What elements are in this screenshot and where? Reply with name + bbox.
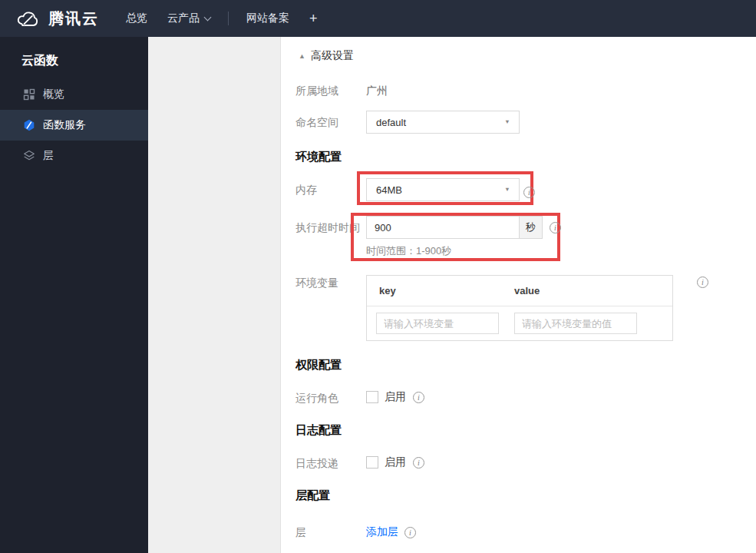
run-role-label: 运行角色 (295, 392, 338, 404)
top-nav: 总览 云产品 网站备案 + (116, 0, 328, 37)
region-value: 广州 (366, 84, 388, 97)
timeout-unit-button[interactable]: 秒 (520, 216, 543, 239)
add-layer-link[interactable]: 添加层 (366, 525, 398, 539)
topbar: 腾讯云 总览 云产品 网站备案 + (0, 0, 756, 37)
namespace-select-value: default (376, 117, 406, 128)
log-delivery-enable-checkbox[interactable] (366, 456, 378, 469)
memory-label: 内存 (295, 184, 317, 196)
advanced-settings-label: 高级设置 (311, 49, 354, 63)
memory-select-value: 64MB (376, 184, 402, 196)
nav-cloud-products[interactable]: 云产品 (157, 0, 220, 37)
sidebar-menu: 概览 函数服务 层 (0, 79, 148, 171)
function-service-icon (23, 119, 35, 131)
run-role-enable-label: 启用 (385, 390, 406, 404)
log-delivery-info-icon[interactable]: i (413, 457, 424, 469)
env-vars-input-row (367, 306, 672, 334)
nav-divider (228, 12, 229, 25)
secondary-panel (148, 37, 281, 553)
add-layer-info-icon[interactable]: i (404, 527, 416, 538)
run-role-info-icon[interactable]: i (413, 392, 424, 403)
chevron-down-icon (204, 13, 212, 21)
env-vars-value-header: value (514, 285, 662, 296)
overview-grid-icon (23, 88, 35, 101)
log-delivery-controls: 启用 i (366, 455, 424, 469)
brand[interactable]: 腾讯云 (14, 8, 99, 29)
namespace-label: 命名空间 (295, 116, 338, 128)
nav-overview[interactable]: 总览 (116, 0, 157, 37)
timeout-hint: 时间范围：1-900秒 (366, 244, 451, 258)
run-role-enable-checkbox[interactable] (366, 391, 378, 403)
dropdown-caret-icon: ▼ (504, 119, 510, 126)
env-vars-table: key value (366, 275, 673, 341)
namespace-select[interactable]: default ▼ (366, 111, 520, 134)
nav-add-button[interactable]: + (299, 0, 328, 37)
memory-info-icon[interactable]: i (523, 187, 535, 198)
memory-annotation-box: 64MB ▼ (357, 171, 533, 205)
timeout-input[interactable] (366, 216, 520, 239)
main-content: ▲ 高级设置 所属地域 广州 命名空间 default ▼ 环境配置 内存 64… (281, 37, 756, 553)
section-permission-config: 权限配置 (295, 358, 342, 372)
section-layer-config: 层配置 (295, 488, 330, 502)
nav-cloud-products-label: 云产品 (167, 12, 200, 25)
env-vars-label: 环境变量 (295, 276, 338, 289)
env-vars-header-row: key value (367, 276, 672, 306)
region-label: 所属地域 (295, 84, 338, 97)
advanced-settings-toggle[interactable]: ▲ 高级设置 (299, 49, 354, 63)
nav-icp-filing-label: 网站备案 (246, 12, 289, 25)
env-vars-key-header: key (367, 285, 514, 296)
tencent-cloud-logo-icon (14, 9, 41, 28)
env-var-value-input[interactable] (514, 313, 637, 334)
sidebar-item-function-service[interactable]: 函数服务 (0, 110, 148, 141)
section-log-config: 日志配置 (295, 423, 342, 437)
memory-select[interactable]: 64MB ▼ (366, 178, 520, 201)
nav-overview-label: 总览 (126, 12, 147, 25)
sidebar-item-label: 概览 (43, 88, 64, 101)
timeout-input-group: 秒 (366, 216, 543, 239)
layers-icon (23, 150, 35, 162)
sidebar-item-overview[interactable]: 概览 (0, 79, 148, 110)
env-var-key-input[interactable] (376, 313, 499, 334)
run-role-controls: 启用 i (366, 390, 424, 404)
sidebar: 云函数 概览 函数服务 层 (0, 37, 148, 553)
sidebar-title: 云函数 (21, 52, 148, 69)
collapse-arrow-icon: ▲ (299, 52, 305, 60)
layer-label: 层 (295, 526, 306, 538)
timeout-annotation-box: 秒 时间范围：1-900秒 (351, 213, 560, 261)
nav-icp-filing[interactable]: 网站备案 (236, 0, 299, 37)
brand-title: 腾讯云 (48, 8, 99, 29)
plus-icon: + (309, 11, 318, 27)
env-vars-info-icon[interactable]: i (697, 276, 708, 288)
log-delivery-enable-label: 启用 (385, 455, 406, 469)
section-environment-config: 环境配置 (295, 150, 342, 164)
sidebar-item-layers[interactable]: 层 (0, 141, 148, 171)
dropdown-caret-icon: ▼ (504, 187, 510, 194)
layer-controls: 添加层 i (366, 525, 416, 539)
sidebar-item-label: 函数服务 (43, 118, 86, 132)
timeout-info-icon[interactable]: i (550, 222, 561, 233)
sidebar-item-label: 层 (43, 149, 54, 163)
env-vars-gap (499, 313, 514, 334)
log-delivery-label: 日志投递 (295, 457, 338, 469)
